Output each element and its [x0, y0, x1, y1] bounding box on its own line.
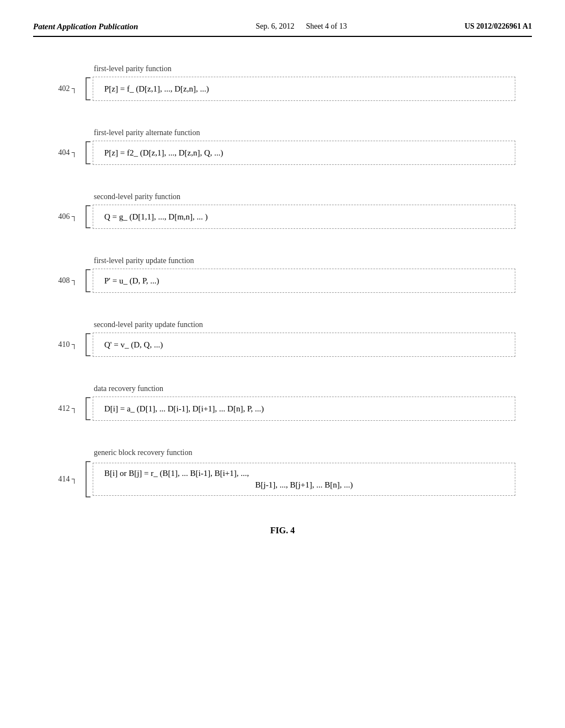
function-label-414: generic block recovery function	[94, 448, 515, 457]
formula-text-414-line2: B[j-1], ..., B[j+1], ... B[n], ...)	[104, 480, 504, 490]
ref-406: 406 ┐	[50, 212, 83, 221]
figure-caption: FIG. 4	[50, 526, 515, 536]
function-block-406: second-level parity function 406 ┐ Q = g…	[50, 192, 515, 229]
function-label-406: second-level parity function	[94, 192, 515, 201]
formula-text-414-line1: B[i] or B[j] = r_ (B[1], ... B[i-1], B[i…	[104, 469, 504, 478]
publication-date: Sep. 6, 2012	[255, 22, 294, 30]
sheet-info: Sheet 4 of 13	[306, 22, 347, 30]
patent-page: Patent Application Publication Sep. 6, 2…	[0, 0, 565, 728]
main-content: first-level parity function 402 ┐ P[z] =…	[33, 65, 532, 536]
function-label-412: data recovery function	[94, 384, 515, 393]
bracket-402	[83, 77, 93, 101]
formula-text-402: P[z] = f_ (D[z,1], ..., D[z,n], ...)	[104, 84, 209, 94]
function-block-408: first-level parity update function 408 ┐…	[50, 256, 515, 293]
formula-box-406: Q = g_ (D[1,1], ..., D[m,n], ... )	[93, 205, 515, 229]
bracket-404	[83, 141, 93, 165]
formula-box-410: Q' = v_ (D, Q, ...)	[93, 333, 515, 357]
function-row-402: 402 ┐ P[z] = f_ (D[z,1], ..., D[z,n], ..…	[50, 77, 515, 101]
page-header: Patent Application Publication Sep. 6, 2…	[33, 22, 532, 37]
ref-404: 404 ┐	[50, 148, 83, 157]
bracket-414	[83, 461, 93, 498]
function-block-404: first-level parity alternate function 40…	[50, 129, 515, 165]
formula-text-404: P[z] = f2_ (D[z,1], ..., D[z,n], Q, ...)	[104, 148, 223, 158]
function-block-402: first-level parity function 402 ┐ P[z] =…	[50, 65, 515, 101]
formula-box-412: D[i] = a_ (D[1], ... D[i-1], D[i+1], ...…	[93, 397, 515, 421]
header-center: Sep. 6, 2012 Sheet 4 of 13	[255, 22, 347, 31]
function-row-412: 412 ┐ D[i] = a_ (D[1], ... D[i-1], D[i+1…	[50, 397, 515, 421]
formula-box-408: P' = u_ (D, P, ...)	[93, 269, 515, 293]
function-label-408: first-level parity update function	[94, 256, 515, 265]
bracket-408	[83, 269, 93, 293]
function-block-414: generic block recovery function 414 ┐ B[…	[50, 448, 515, 498]
formula-box-404: P[z] = f2_ (D[z,1], ..., D[z,n], Q, ...)	[93, 141, 515, 165]
ref-412: 412 ┐	[50, 404, 83, 413]
function-row-404: 404 ┐ P[z] = f2_ (D[z,1], ..., D[z,n], Q…	[50, 141, 515, 165]
function-row-408: 408 ┐ P' = u_ (D, P, ...)	[50, 269, 515, 293]
formula-box-402: P[z] = f_ (D[z,1], ..., D[z,n], ...)	[93, 77, 515, 101]
formula-text-410: Q' = v_ (D, Q, ...)	[104, 340, 163, 350]
formula-box-414: B[i] or B[j] = r_ (B[1], ... B[i-1], B[i…	[93, 463, 515, 496]
function-label-402: first-level parity function	[94, 65, 515, 73]
formula-text-406: Q = g_ (D[1,1], ..., D[m,n], ... )	[104, 212, 208, 222]
function-row-406: 406 ┐ Q = g_ (D[1,1], ..., D[m,n], ... )	[50, 205, 515, 229]
ref-414: 414 ┐	[50, 475, 83, 484]
publication-label: Patent Application Publication	[33, 22, 138, 31]
function-block-410: second-level parity update function 410 …	[50, 320, 515, 357]
bracket-412	[83, 397, 93, 421]
formula-text-408: P' = u_ (D, P, ...)	[104, 276, 159, 286]
function-row-410: 410 ┐ Q' = v_ (D, Q, ...)	[50, 333, 515, 357]
bracket-406	[83, 205, 93, 229]
ref-410: 410 ┐	[50, 340, 83, 349]
function-block-412: data recovery function 412 ┐ D[i] = a_ (…	[50, 384, 515, 421]
function-row-414: 414 ┐ B[i] or B[j] = r_ (B[1], ... B[i-1…	[50, 461, 515, 498]
ref-402: 402 ┐	[50, 84, 83, 93]
function-label-404: first-level parity alternate function	[94, 129, 515, 137]
function-label-410: second-level parity update function	[94, 320, 515, 329]
ref-408: 408 ┐	[50, 276, 83, 285]
patent-number: US 2012/0226961 A1	[465, 22, 532, 31]
bracket-410	[83, 333, 93, 357]
formula-text-412: D[i] = a_ (D[1], ... D[i-1], D[i+1], ...…	[104, 404, 264, 414]
